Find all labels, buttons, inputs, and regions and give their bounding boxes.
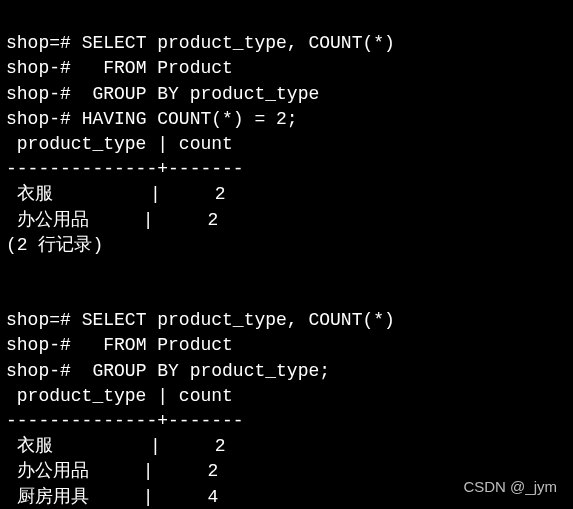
table-row: 衣服 | 2 — [6, 184, 226, 204]
prompt: shop=# — [6, 310, 82, 330]
table-row: 办公用品 | 2 — [6, 210, 218, 230]
terminal-output[interactable]: shop=# SELECT product_type, COUNT(*) sho… — [6, 6, 567, 509]
prompt: shop-# — [6, 84, 82, 104]
result-divider: --------------+------- — [6, 411, 244, 431]
result-header: product_type | count — [6, 386, 233, 406]
table-row: 厨房用具 | 4 — [6, 487, 218, 507]
prompt: shop=# — [6, 33, 82, 53]
sql-line: GROUP BY product_type; — [82, 361, 330, 381]
sql-line: GROUP BY product_type — [82, 84, 320, 104]
sql-line: SELECT product_type, COUNT(*) — [82, 310, 395, 330]
table-row: 衣服 | 2 — [6, 436, 226, 456]
prompt: shop-# — [6, 335, 82, 355]
prompt: shop-# — [6, 361, 82, 381]
result-footer: (2 行记录) — [6, 235, 103, 255]
result-divider: --------------+------- — [6, 159, 244, 179]
result-header: product_type | count — [6, 134, 233, 154]
table-row: 办公用品 | 2 — [6, 461, 218, 481]
prompt: shop-# — [6, 109, 82, 129]
sql-line: FROM Product — [82, 335, 233, 355]
sql-line: FROM Product — [82, 58, 233, 78]
sql-line: SELECT product_type, COUNT(*) — [82, 33, 395, 53]
prompt: shop-# — [6, 58, 82, 78]
sql-line: HAVING COUNT(*) = 2; — [82, 109, 298, 129]
watermark: CSDN @_jym — [463, 476, 557, 497]
